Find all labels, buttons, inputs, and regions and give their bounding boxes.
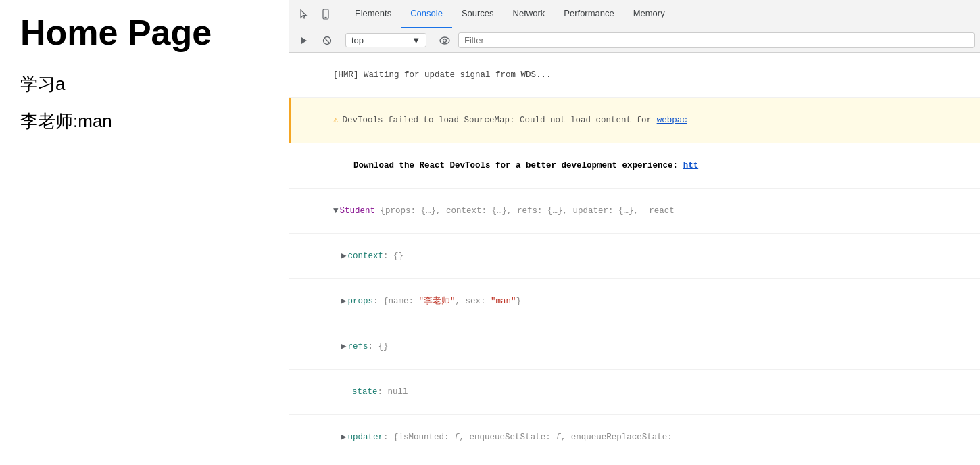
- tab-memory[interactable]: Memory: [624, 0, 675, 28]
- expand-updater-icon[interactable]: ▶: [341, 433, 347, 442]
- page-teacher: 李老师:man: [20, 109, 268, 133]
- console-line-fiber: ▶_reactInternalFiber: FiberNode {tag: 1,…: [289, 460, 980, 465]
- svg-line-4: [324, 38, 330, 43]
- console-output: [HMR] Waiting for update signal from WDS…: [289, 53, 980, 465]
- page-subtitle: 学习a: [20, 72, 268, 96]
- warning-icon: ⚠: [333, 116, 339, 125]
- eye-icon[interactable]: [435, 31, 454, 50]
- tab-console[interactable]: Console: [401, 0, 452, 28]
- react-devtools-link[interactable]: htt: [683, 161, 699, 170]
- mobile-icon[interactable]: [315, 3, 337, 25]
- expand-context-icon[interactable]: ▶: [341, 251, 347, 261]
- filter-input[interactable]: [458, 32, 975, 48]
- svg-point-5: [440, 37, 449, 44]
- console-line-warning: ⚠DevTools failed to load SourceMap: Coul…: [289, 98, 980, 143]
- tab-sources[interactable]: Sources: [452, 0, 504, 28]
- svg-point-6: [443, 39, 447, 42]
- console-line-state: state: null: [289, 370, 980, 415]
- block-icon[interactable]: [318, 31, 337, 50]
- sourcemap-link[interactable]: webpac: [657, 116, 687, 125]
- console-line-hmr: [HMR] Waiting for update signal from WDS…: [289, 53, 980, 98]
- tab-elements[interactable]: Elements: [345, 0, 401, 28]
- devtools-tabs-bar: Elements Console Sources Network Perform…: [289, 0, 980, 28]
- console-line-props: ▶props: {name: "李老师", sex: "man"}: [289, 279, 980, 324]
- console-toolbar: top ▼: [289, 28, 980, 53]
- toolbar-divider: [341, 34, 341, 47]
- page-content: Home Page 学习a 李老师:man: [0, 0, 289, 465]
- console-line-student-root: ▼Student {props: {…}, context: {…}, refs…: [289, 189, 980, 234]
- console-line-refs: ▶refs: {}: [289, 324, 980, 370]
- devtools-panel: Elements Console Sources Network Perform…: [289, 0, 980, 465]
- tab-network[interactable]: Network: [504, 0, 555, 28]
- expand-student-icon[interactable]: ▼: [333, 206, 339, 216]
- expand-props-icon[interactable]: ▶: [341, 297, 347, 306]
- toolbar-divider-2: [431, 34, 431, 47]
- tab-separator: [341, 7, 341, 21]
- console-line-react-info: Download the React DevTools for a better…: [289, 143, 980, 189]
- dropdown-arrow-icon: ▼: [412, 35, 420, 45]
- run-icon[interactable]: [295, 31, 314, 50]
- tab-performance[interactable]: Performance: [554, 0, 623, 28]
- expand-refs-icon[interactable]: ▶: [341, 342, 347, 351]
- console-line-updater: ▶updater: {isMounted: f, enqueueSetState…: [289, 415, 980, 460]
- svg-marker-2: [301, 37, 307, 44]
- console-line-context: ▶context: {}: [289, 234, 980, 279]
- cursor-icon[interactable]: [293, 3, 315, 25]
- page-title: Home Page: [20, 14, 268, 52]
- context-selector[interactable]: top ▼: [345, 33, 426, 47]
